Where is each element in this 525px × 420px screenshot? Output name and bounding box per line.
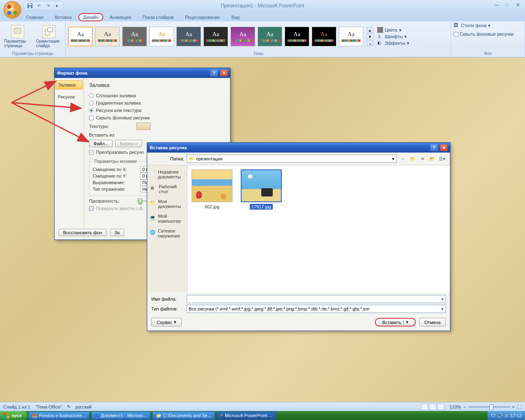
view-normal-icon[interactable] — [421, 404, 428, 410]
theme-effects-button[interactable]: ◐Эффекты ▾ — [377, 40, 409, 46]
themes-gallery[interactable]: Aa Aa Aa Aa Aa Aa Aa Aa Aa Aa Aa — [68, 27, 363, 46]
tray-icon[interactable]: 🔊 — [497, 413, 503, 418]
theme-thumb[interactable]: Aa — [339, 27, 363, 46]
close-icon[interactable]: ✕ — [514, 2, 523, 8]
tab-design[interactable]: Дизайн — [78, 13, 103, 21]
redo-icon[interactable]: ↷ — [45, 2, 51, 9]
checkbox-hide-bg[interactable] — [89, 116, 94, 120]
filename-combo[interactable]: ▾ — [187, 295, 446, 303]
minimize-icon[interactable]: — — [492, 2, 501, 8]
help-icon[interactable]: ? — [430, 144, 438, 151]
theme-thumb[interactable]: Aa — [258, 27, 282, 46]
theme-thumb[interactable]: Aa — [95, 27, 120, 46]
app-title: Презентация1 - Microsoft PowerPoint — [221, 3, 304, 9]
theme-thumb[interactable]: Aa — [285, 27, 309, 46]
place-recent[interactable]: 📄Недавние документы — [148, 167, 186, 182]
svg-point-2 — [7, 11, 11, 15]
tray-icon[interactable]: 🛡 — [491, 413, 495, 418]
taskbar-item[interactable]: PMicrosoft PowerPoint ... — [217, 411, 276, 420]
zoom-out-icon[interactable]: − — [463, 404, 466, 409]
save-icon[interactable] — [27, 2, 33, 9]
zoom-level[interactable]: 110% — [450, 404, 461, 409]
insert-from-label: Вставить из: — [89, 132, 225, 137]
taskbar-item[interactable]: 📁C:\Documents and Se... — [152, 411, 215, 420]
radio-solid[interactable] — [89, 94, 94, 98]
language[interactable]: русский — [75, 404, 91, 409]
undo-icon[interactable]: ↶ — [36, 2, 42, 9]
fit-to-window-icon[interactable]: ⛶ — [517, 404, 522, 409]
theme-fonts-button[interactable]: AШрифты ▾ — [377, 34, 409, 39]
start-button[interactable]: пуск — [0, 411, 27, 420]
side-tab-picture[interactable]: Рисунок — [55, 93, 83, 101]
theme-thumb[interactable]: Aa — [312, 27, 336, 46]
theme-thumb[interactable]: Aa — [149, 27, 174, 46]
clock[interactable]: 17:12 — [510, 413, 522, 418]
tab-animation[interactable]: Анимация — [105, 13, 136, 21]
page-setup-label: Параметры страницы — [4, 39, 31, 48]
cancel-button[interactable]: Отмена — [419, 318, 446, 326]
place-network[interactable]: 🌐Сетевое окружение — [148, 226, 186, 241]
delete-icon[interactable]: ✕ — [419, 155, 426, 162]
tab-insert[interactable]: Вставка — [50, 13, 77, 21]
checkbox-rotate — [89, 206, 94, 211]
tab-slideshow[interactable]: Показ слайдов — [137, 13, 178, 21]
zoom-slider[interactable] — [469, 406, 510, 408]
close-icon[interactable]: ✕ — [220, 70, 228, 76]
checkbox-tile[interactable]: ✓ — [89, 150, 94, 155]
view-slideshow-icon[interactable] — [437, 404, 445, 410]
back-icon[interactable]: ← — [399, 155, 406, 162]
taskbar-item[interactable]: WДокумент1 - Microso... — [91, 411, 151, 420]
close-button[interactable]: За — [110, 229, 124, 236]
place-mycomputer[interactable]: 💻Мой компьютер — [148, 211, 186, 226]
tab-view[interactable]: Вид — [226, 13, 244, 21]
tab-home[interactable]: Главная — [21, 13, 48, 21]
file-name: 662.jpg — [203, 204, 221, 210]
close-icon[interactable]: ✕ — [440, 144, 447, 151]
system-tray[interactable]: 🛡 🔊 ⚠ 17:12 — [488, 411, 525, 420]
service-button[interactable]: Сервис ▾ — [151, 318, 182, 326]
taskbar-item[interactable]: 🦊Fondos e ilustracione... — [28, 411, 90, 420]
page-setup-button[interactable]: Параметры страницы — [2, 24, 33, 49]
restore-icon[interactable]: □ — [503, 2, 512, 8]
help-icon[interactable]: ? — [210, 70, 218, 76]
reset-bg-button[interactable]: Восстановить фон — [59, 229, 107, 236]
svg-rect-10 — [48, 28, 52, 32]
office-button[interactable] — [3, 1, 21, 19]
theme-thumb[interactable]: Aa — [176, 27, 201, 46]
tab-review[interactable]: Рецензирование — [180, 13, 225, 21]
place-mydocs[interactable]: 📁Мои документы — [148, 196, 186, 211]
up-icon[interactable]: 📁 — [409, 155, 416, 162]
ribbon: Параметры страницы Ориентация слайда Пар… — [0, 21, 525, 57]
new-folder-icon[interactable]: 📂 — [429, 155, 436, 162]
theme-colors-button[interactable]: Цвета ▾ — [377, 27, 409, 33]
svg-rect-18 — [7, 416, 9, 418]
filetype-combo[interactable]: Все рисунки (*.emf;*.wmf;*.jpg;*.jpeg;*.… — [187, 305, 446, 313]
bg-styles-button[interactable]: 🖼Стили фона ▾ — [454, 23, 491, 28]
zoom-in-icon[interactable]: + — [512, 404, 515, 409]
themes-more-icon[interactable]: ⌄ — [367, 40, 373, 46]
insert-button[interactable]: Вставить ▾ — [375, 318, 416, 326]
themes-scroll-up-icon[interactable]: ▴ — [367, 27, 373, 33]
theme-thumb[interactable]: Aa — [68, 27, 93, 46]
hide-bg-checkbox[interactable]: Скрыть фоновые рисунки — [454, 32, 514, 37]
folder-combo[interactable]: 📁 презентация ▾ — [187, 155, 397, 163]
view-sorter-icon[interactable] — [429, 404, 436, 410]
orientation-button[interactable]: Ориентация слайда — [34, 24, 63, 49]
file-button[interactable]: Файл... — [89, 140, 113, 147]
themes-scroll-down-icon[interactable]: ▾ — [367, 34, 373, 39]
file-thumb[interactable]: 17917.jpg — [241, 169, 282, 210]
texture-dropdown[interactable] — [137, 123, 151, 130]
theme-thumb[interactable]: Aa — [122, 27, 147, 46]
tray-icon[interactable]: ⚠ — [504, 413, 509, 418]
file-list[interactable]: 662.jpg 17917.jpg — [187, 165, 450, 292]
qat-dropdown-icon[interactable]: ▾ — [54, 2, 60, 9]
theme-thumb[interactable]: Aa — [231, 27, 255, 46]
radio-picture-texture[interactable] — [89, 108, 94, 113]
views-icon[interactable]: ☰▾ — [438, 155, 446, 162]
theme-thumb[interactable]: Aa — [203, 27, 228, 46]
spellcheck-icon[interactable]: ✎ — [67, 404, 71, 409]
place-desktop[interactable]: 🖥Рабочий стол — [148, 182, 186, 196]
radio-gradient[interactable] — [89, 101, 94, 105]
file-thumb[interactable]: 662.jpg — [192, 169, 233, 210]
side-tab-fill[interactable]: Заливка — [55, 80, 83, 89]
